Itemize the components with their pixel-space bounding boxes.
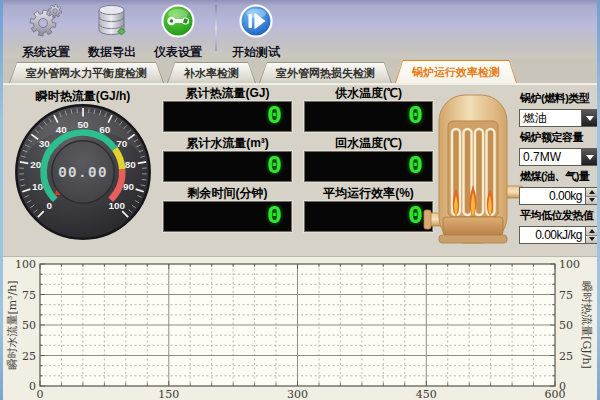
tab-1[interactable]: 室外管网水力平衡度检测 <box>9 62 164 83</box>
svg-text:300: 300 <box>287 388 308 400</box>
toolbar-button-gear[interactable]: 系统设置 <box>13 3 79 61</box>
calorific-value-input-label: 平均低位发热值 <box>520 208 598 223</box>
display-label: 剩余时间(分钟) <box>163 186 292 201</box>
svg-text:25: 25 <box>22 350 36 363</box>
fuel-type-select[interactable]: 燃油 <box>519 109 598 127</box>
svg-text:0: 0 <box>46 200 52 211</box>
svg-text:100: 100 <box>15 258 36 271</box>
tab-4-active[interactable]: 锅炉运行效率检测 <box>395 60 517 83</box>
svg-text:100: 100 <box>109 200 126 211</box>
svg-text:25: 25 <box>559 350 573 363</box>
display-remaining-time: 剩余时间(分钟)0 <box>163 186 292 232</box>
boiler-efficiency-panel: 瞬时热流量(GJ/h) 010203040506070809010000.00 … <box>3 84 597 256</box>
fuel-type-select-label: 锅炉(燃料)类型 <box>520 91 598 106</box>
svg-text:50: 50 <box>77 119 89 130</box>
tab-label: 室外管网热损失检测 <box>260 63 391 83</box>
display-screen: 0 <box>163 151 292 182</box>
window-frame-left <box>0 0 3 400</box>
digital-displays: 累计热流量(GJ)0供水温度(℃)0累计水流量(m³)0回水温度(℃)0剩余时间… <box>163 86 439 232</box>
calorific-value-input[interactable]: 0.00kJ/kg <box>519 226 598 244</box>
display-screen: 0 <box>163 201 292 232</box>
tab-label: 补水率检测 <box>168 63 255 83</box>
display-accumulated-water-flow: 累计水流量(m³)0 <box>163 136 292 182</box>
application-window: 系统设置 数据导出 仪表设置 开始测试 室外管网水力平衡度检测补水率检测室外管网… <box>0 0 600 400</box>
display-average-efficiency: 平均运行效率(%)0 <box>304 186 433 232</box>
tab-2[interactable]: 补水率检测 <box>167 62 256 83</box>
svg-text:0: 0 <box>559 380 566 393</box>
svg-text:150: 150 <box>158 388 179 400</box>
chevron-down-icon[interactable] <box>581 149 597 165</box>
trend-chart-plot: 015030045060000252550507575100100瞬时水流量[m… <box>3 257 597 400</box>
toolbar-separator <box>215 5 217 51</box>
boiler-illustration <box>423 91 523 251</box>
display-screen: 0 <box>304 201 433 232</box>
fuel-type-select-value: 燃油 <box>520 110 581 126</box>
fuel-amount-input-label: 燃煤(油、气)量 <box>520 169 598 184</box>
rated-capacity-select[interactable]: 0.7MW <box>519 148 598 166</box>
spin-down-icon[interactable] <box>586 236 597 244</box>
chevron-down-icon[interactable] <box>581 110 597 126</box>
svg-text:90: 90 <box>123 181 135 192</box>
toolbar-button-database-export[interactable]: 数据导出 <box>79 3 145 61</box>
boiler-controls: 锅炉(燃料)类型燃油锅炉额定容量0.7MW燃煤(油、气)量0.00kg平均低位发… <box>519 88 598 244</box>
tab-bar: 室外管网水力平衡度检测补水率检测室外管网热损失检测锅炉运行效率检测 <box>3 58 597 84</box>
display-value: 0 <box>267 154 282 179</box>
spinner-buttons <box>585 227 597 243</box>
svg-text:瞬时水流量[m³/h]: 瞬时水流量[m³/h] <box>6 280 19 369</box>
display-label: 回水温度(℃) <box>304 136 433 151</box>
svg-text:50: 50 <box>559 319 573 332</box>
toolbar-button-play[interactable]: 开始测试 <box>223 3 289 61</box>
display-label: 供水温度(℃) <box>304 86 433 101</box>
fuel-amount-input-value: 0.00kg <box>520 188 585 204</box>
gear-icon <box>28 3 64 43</box>
play-icon <box>238 3 274 43</box>
svg-text:450: 450 <box>416 388 437 400</box>
tab-3[interactable]: 室外管网热损失检测 <box>259 62 392 83</box>
svg-text:00.00: 00.00 <box>58 165 108 181</box>
display-value: 0 <box>408 154 423 179</box>
tab-label: 锅炉运行效率检测 <box>396 61 516 83</box>
display-value: 0 <box>408 204 423 229</box>
svg-text:80: 80 <box>125 159 137 170</box>
display-return-water-temp: 回水温度(℃)0 <box>304 136 433 182</box>
display-value: 0 <box>267 104 282 129</box>
rated-capacity-select-label: 锅炉额定容量 <box>520 130 598 145</box>
rated-capacity-select-value: 0.7MW <box>520 149 581 165</box>
wrench-icon <box>160 3 196 43</box>
display-screen: 0 <box>163 101 292 132</box>
fuel-amount-input[interactable]: 0.00kg <box>519 187 598 205</box>
spin-down-icon[interactable] <box>586 197 597 205</box>
svg-text:0: 0 <box>29 380 36 393</box>
display-value: 0 <box>267 204 282 229</box>
svg-text:75: 75 <box>559 289 573 302</box>
spin-up-icon[interactable] <box>586 188 597 197</box>
svg-text:20: 20 <box>30 159 42 170</box>
svg-text:75: 75 <box>22 289 36 302</box>
display-screen: 0 <box>304 101 433 132</box>
calorific-value-input-value: 0.00kJ/kg <box>520 227 585 243</box>
svg-text:0: 0 <box>37 388 44 400</box>
instant-heat-flow-gauge: 010203040506070809010000.00 <box>12 101 154 243</box>
spin-up-icon[interactable] <box>586 227 597 236</box>
tab-label: 室外管网水力平衡度检测 <box>10 63 163 83</box>
toolbar: 系统设置 数据导出 仪表设置 开始测试 <box>3 0 597 58</box>
toolbar-button-wrench[interactable]: 仪表设置 <box>145 3 211 61</box>
display-supply-water-temp: 供水温度(℃)0 <box>304 86 433 132</box>
database-export-icon <box>94 3 130 43</box>
spinner-buttons <box>585 188 597 204</box>
display-label: 平均运行效率(%) <box>304 186 433 201</box>
display-label: 累计热流量(GJ) <box>163 86 292 101</box>
svg-text:50: 50 <box>22 319 36 332</box>
display-value: 0 <box>408 104 423 129</box>
svg-text:瞬时热流量[GJ/h]: 瞬时热流量[GJ/h] <box>580 281 593 369</box>
display-screen: 0 <box>304 151 433 182</box>
trend-chart: 015030045060000252550507575100100瞬时水流量[m… <box>3 256 597 400</box>
display-accumulated-heat-flow: 累计热流量(GJ)0 <box>163 86 292 132</box>
svg-text:100: 100 <box>559 258 580 271</box>
display-label: 累计水流量(m³) <box>163 136 292 151</box>
